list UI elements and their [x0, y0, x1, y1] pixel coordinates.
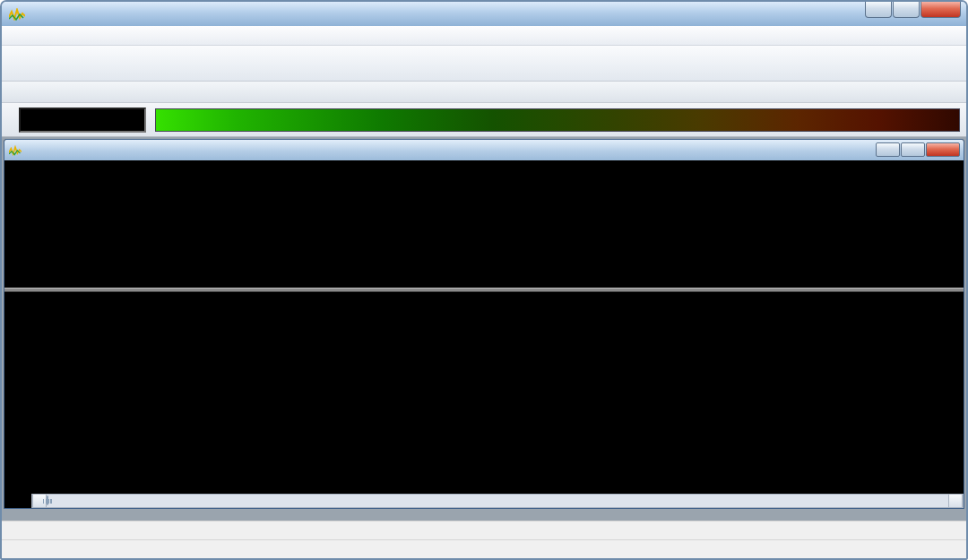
minimize-button[interactable] — [865, 2, 892, 18]
scroll-right-icon[interactable] — [948, 495, 963, 507]
horizontal-scrollbar — [31, 494, 964, 508]
level-meter — [155, 108, 960, 132]
document-window — [4, 139, 964, 509]
overview-row — [4, 443, 964, 480]
menu-bar — [2, 26, 966, 46]
document-close-button[interactable] — [926, 142, 960, 157]
control-toolbar — [2, 103, 966, 137]
scrollbar-thumb[interactable] — [47, 495, 48, 505]
overview-spacer — [4, 444, 31, 480]
document-maximize-button[interactable] — [901, 142, 925, 157]
time-display — [19, 108, 146, 133]
waveform-right-channel[interactable] — [39, 292, 964, 426]
document-minimize-button[interactable] — [876, 142, 900, 157]
overview-time-axis — [4, 480, 964, 494]
title-bar[interactable] — [2, 2, 966, 26]
status-bar-1 — [2, 521, 966, 539]
document-file-icon — [9, 145, 22, 156]
window-controls — [865, 2, 961, 18]
amplitude-axis-left-channel — [4, 160, 39, 288]
overview-waveform[interactable] — [31, 444, 964, 480]
right-channel-row — [4, 292, 964, 426]
status-bar-2 — [2, 539, 966, 558]
waveform-left-channel[interactable] — [39, 160, 964, 288]
maximize-button[interactable] — [893, 2, 920, 18]
document-window-controls — [876, 142, 960, 157]
document-body — [4, 160, 964, 508]
close-button[interactable] — [920, 2, 961, 18]
amplitude-axis-right-channel — [4, 292, 39, 426]
main-toolbar — [2, 46, 966, 82]
goldwave-window — [0, 0, 968, 560]
mdi-area — [2, 137, 966, 521]
scrollbar-track[interactable] — [47, 495, 948, 507]
scrollbar-grip-icon — [43, 499, 53, 504]
left-channel-row — [4, 160, 964, 288]
document-title-bar[interactable] — [4, 140, 964, 160]
effects-toolbar — [2, 82, 966, 103]
goldwave-logo-icon — [9, 8, 25, 21]
time-axis — [4, 426, 964, 443]
